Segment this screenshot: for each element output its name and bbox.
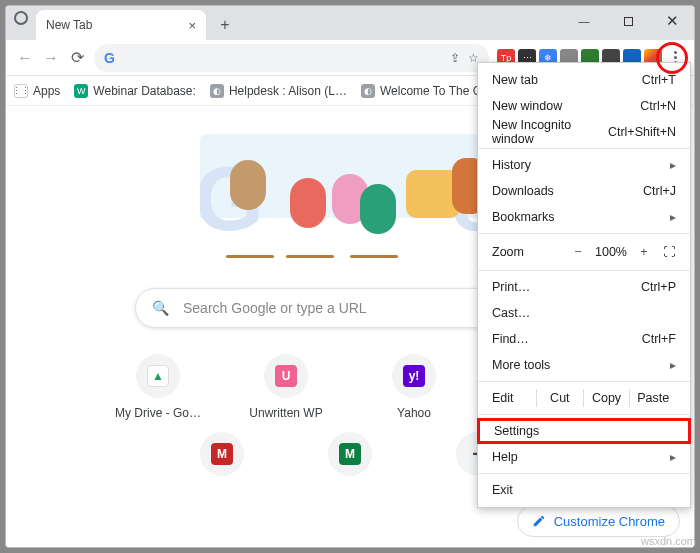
menu-exit[interactable]: Exit (478, 477, 690, 503)
edit-label: Edit (492, 391, 536, 405)
bookmark-icon: W (74, 84, 88, 98)
close-window-button[interactable]: ✕ (650, 6, 694, 36)
shortcut-m2[interactable]: M (304, 432, 396, 484)
shortcut-yahoo[interactable]: y! Yahoo (368, 354, 460, 420)
customize-chrome-button[interactable]: Customize Chrome (517, 505, 680, 537)
shortcut-m1[interactable]: M (176, 432, 268, 484)
zoom-out-button[interactable]: − (565, 245, 591, 259)
bookmark-item[interactable]: W Webinar Database: (74, 84, 196, 98)
menu-new-tab[interactable]: New tabCtrl+T (478, 67, 690, 93)
bookmark-item[interactable]: ◐ Helpdesk : Alison (L… (210, 84, 347, 98)
apps-icon: ⋮⋮ (14, 84, 28, 98)
google-doodle[interactable]: G e (200, 134, 500, 264)
fullscreen-icon[interactable]: ⛶ (663, 245, 676, 259)
tab-newtab[interactable]: New Tab × (36, 10, 206, 40)
bookmark-icon: ◐ (361, 84, 375, 98)
zoom-label: Zoom (492, 245, 565, 259)
shortcut-drive[interactable]: ▲ My Drive - Go… (112, 354, 204, 420)
chevron-right-icon: ▸ (670, 358, 676, 372)
maximize-button[interactable] (606, 6, 650, 36)
menu-find[interactable]: Find…Ctrl+F (478, 326, 690, 352)
pencil-icon (532, 514, 546, 528)
menu-incognito[interactable]: New Incognito windowCtrl+Shift+N (478, 119, 690, 145)
minimize-button[interactable]: — (562, 6, 606, 36)
apps-button[interactable]: ⋮⋮ Apps (14, 84, 60, 98)
chrome-menu: New tabCtrl+T New windowCtrl+N New Incog… (477, 62, 691, 508)
bookmark-icon: ◐ (210, 84, 224, 98)
shortcut-label: My Drive - Go… (115, 406, 201, 420)
menu-new-window[interactable]: New windowCtrl+N (478, 93, 690, 119)
paste-button[interactable]: Paste (629, 389, 676, 407)
back-button[interactable]: ← (12, 45, 38, 71)
reload-button[interactable]: ⟳ (64, 45, 90, 71)
search-icon: 🔍 (152, 300, 169, 316)
menu-edit-row: Edit Cut Copy Paste (478, 385, 690, 411)
cut-button[interactable]: Cut (536, 389, 583, 407)
apps-label: Apps (33, 84, 60, 98)
google-g-icon: G (104, 50, 119, 65)
close-icon[interactable]: × (188, 18, 196, 33)
shortcut-label: Yahoo (397, 406, 431, 420)
chrome-icon (14, 11, 28, 25)
new-tab-button[interactable]: + (212, 12, 238, 38)
menu-history[interactable]: History▸ (478, 152, 690, 178)
menu-settings[interactable]: Settings (477, 418, 691, 444)
chevron-right-icon: ▸ (670, 158, 676, 172)
copy-button[interactable]: Copy (583, 389, 630, 407)
zoom-in-button[interactable]: + (631, 245, 657, 259)
customize-label: Customize Chrome (554, 514, 665, 529)
menu-bookmarks[interactable]: Bookmarks▸ (478, 204, 690, 230)
shortcut-label: Unwritten WP (249, 406, 322, 420)
menu-print[interactable]: Print…Ctrl+P (478, 274, 690, 300)
share-icon[interactable]: ⇪ (450, 51, 460, 65)
shortcut-unwritten[interactable]: U Unwritten WP (240, 354, 332, 420)
tab-bar: New Tab × + — ✕ (6, 6, 694, 40)
menu-more-tools[interactable]: More tools▸ (478, 352, 690, 378)
chevron-right-icon: ▸ (670, 450, 676, 464)
zoom-value: 100% (591, 245, 631, 259)
bookmark-label: Helpdesk : Alison (L… (229, 84, 347, 98)
bookmark-label: Webinar Database: (93, 84, 196, 98)
forward-button[interactable]: → (38, 45, 64, 71)
chevron-right-icon: ▸ (670, 210, 676, 224)
menu-zoom-row: Zoom − 100% + ⛶ (478, 237, 690, 267)
menu-cast[interactable]: Cast… (478, 300, 690, 326)
address-bar[interactable]: G ⇪ ☆ (94, 44, 489, 72)
browser-window: New Tab × + — ✕ ← → ⟳ G ⇪ ☆ Tp ⋯ ❄ (5, 5, 695, 548)
tab-title: New Tab (46, 18, 92, 32)
menu-help[interactable]: Help▸ (478, 444, 690, 470)
search-placeholder: Search Google or type a URL (183, 300, 367, 316)
watermark: wsxdn.com (641, 535, 696, 547)
menu-downloads[interactable]: DownloadsCtrl+J (478, 178, 690, 204)
window-controls: — ✕ (562, 6, 694, 36)
